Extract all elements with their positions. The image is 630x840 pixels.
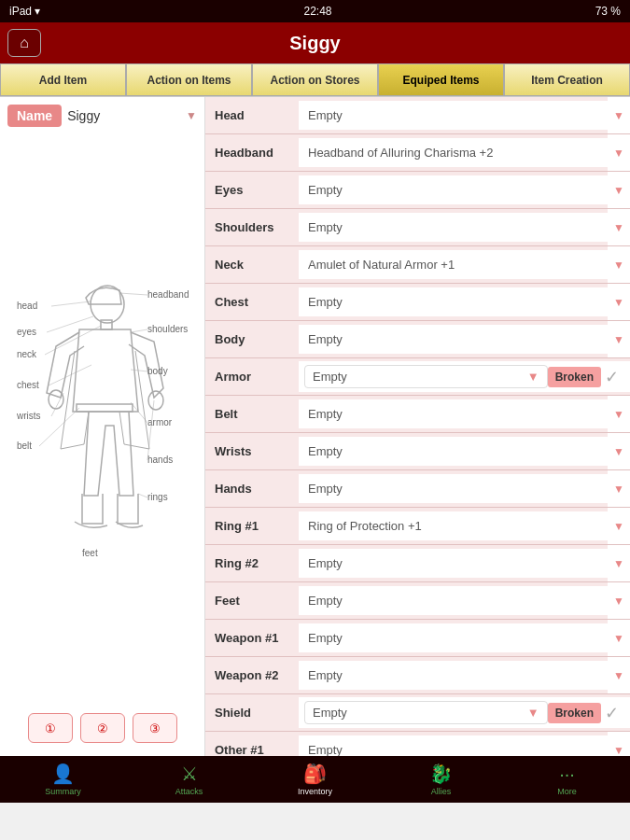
equipment-row-10: HandsEmpty▼ <box>205 470 630 508</box>
equipment-row-8: BeltEmpty▼ <box>205 396 630 433</box>
equip-slot-label-7: Armor <box>205 362 299 391</box>
equip-dropdown-16[interactable]: Empty▼ <box>304 701 548 724</box>
carrier-wifi: iPad ▾ <box>9 5 40 18</box>
toolbar-btn-4[interactable]: Item Creation <box>504 63 630 96</box>
label-body: body <box>147 366 168 376</box>
equip-arrow-14[interactable]: ▼ <box>608 620 630 656</box>
svg-line-8 <box>131 329 147 332</box>
equip-slot-label-12: Ring #2 <box>205 549 299 578</box>
equip-slot-label-2: Eyes <box>205 175 299 204</box>
equip-slot-label-3: Shoulders <box>205 213 299 242</box>
equip-slot-label-6: Body <box>205 325 299 354</box>
bottom-tab-0[interactable]: 👤Summary <box>0 756 126 803</box>
equip-slot-label-16: Shield <box>205 698 299 727</box>
tab-icon-2: 🎒 <box>303 763 327 785</box>
time: 22:48 <box>303 5 331 18</box>
svg-line-12 <box>131 402 147 423</box>
tab-label-2: Inventory <box>298 787 332 796</box>
equip-arrow-3[interactable]: ▼ <box>608 209 630 245</box>
equip-value-4: Amulet of Natural Armor +1 <box>299 250 608 279</box>
equipment-row-17: Other #1Empty▼ <box>205 732 630 756</box>
equip-arrow-2[interactable]: ▼ <box>608 172 630 208</box>
equip-arrow-17[interactable]: ▼ <box>608 732 630 756</box>
equip-value-14: Empty <box>299 623 608 652</box>
equip-value-0: Empty <box>299 101 608 130</box>
broken-badge-7: Broken <box>548 367 601 387</box>
toolbar-btn-1[interactable]: Action on Items <box>126 63 252 96</box>
equip-arrow-0[interactable]: ▼ <box>608 97 630 133</box>
equip-slot-label-1: Headband <box>205 138 299 167</box>
name-dropdown-arrow[interactable]: ▼ <box>186 109 197 122</box>
body-diagram: head headband eyes shoulders neck chest … <box>7 134 197 707</box>
name-value: Siggy <box>67 108 186 123</box>
toolbar-btn-0[interactable]: Add Item <box>0 63 126 96</box>
svg-line-14 <box>39 408 79 446</box>
bottom-tabs: 👤Summary⚔Attacks🎒Inventory🐉Allies···More <box>0 756 630 803</box>
equip-arrow-1[interactable]: ▼ <box>608 134 630 171</box>
equip-value-2: Empty <box>299 175 608 204</box>
svg-line-11 <box>131 370 147 371</box>
bottom-tab-4[interactable]: ···More <box>504 756 630 803</box>
equipment-row-13: FeetEmpty▼ <box>205 582 630 620</box>
label-feet: feet <box>82 548 98 558</box>
equip-arrow-8[interactable]: ▼ <box>608 396 630 432</box>
equip-value-17: Empty <box>299 735 608 756</box>
equip-slot-label-15: Weapon #2 <box>205 661 299 690</box>
equip-arrow-12[interactable]: ▼ <box>608 545 630 581</box>
page-buttons: ① ② ③ <box>7 707 197 749</box>
equipment-row-16: ShieldEmpty▼Broken✓ <box>205 694 630 732</box>
equip-slot-label-10: Hands <box>205 474 299 503</box>
tab-icon-0: 👤 <box>51 763 75 785</box>
equip-arrow-11[interactable]: ▼ <box>608 508 630 544</box>
equip-value-10: Empty <box>299 474 608 503</box>
broken-badge-16: Broken <box>548 703 601 723</box>
page-btn-1[interactable]: ① <box>28 713 73 743</box>
name-row: Name Siggy ▼ <box>7 105 197 127</box>
toolbar-btn-2[interactable]: Action on Stores <box>252 63 378 96</box>
equip-arrow-9[interactable]: ▼ <box>608 433 630 469</box>
equip-arrow-10[interactable]: ▼ <box>608 470 630 507</box>
label-wrists: wrists <box>16 411 41 421</box>
page-btn-2[interactable]: ② <box>80 713 125 743</box>
label-shoulders: shoulders <box>147 324 188 334</box>
equip-dropdown-7[interactable]: Empty▼ <box>304 365 548 388</box>
equip-arrow-4[interactable]: ▼ <box>608 246 630 283</box>
character-name: Siggy <box>289 33 340 54</box>
equip-value-5: Empty <box>299 287 608 316</box>
battery: 73 % <box>595 5 621 18</box>
main-content: Name Siggy ▼ <box>0 97 630 756</box>
tab-label-0: Summary <box>45 787 81 796</box>
svg-line-16 <box>138 494 147 497</box>
equipment-row-4: NeckAmulet of Natural Armor +1▼ <box>205 246 630 284</box>
equip-arrow-6[interactable]: ▼ <box>608 321 630 357</box>
page-btn-3[interactable]: ③ <box>133 713 177 743</box>
home-button[interactable]: ⌂ <box>7 29 41 57</box>
equip-value-13: Empty <box>299 586 608 615</box>
tab-label-4: More <box>557 787 577 796</box>
equipment-row-2: EyesEmpty▼ <box>205 172 630 209</box>
equip-arrow-15[interactable]: ▼ <box>608 657 630 693</box>
equip-slot-label-0: Head <box>205 101 299 130</box>
equip-arrow-13[interactable]: ▼ <box>608 582 630 619</box>
equipment-row-12: Ring #2Empty▼ <box>205 545 630 582</box>
toolbar-btn-3[interactable]: Equiped Items <box>378 63 504 96</box>
equip-value-11: Ring of Protection +1 <box>299 511 608 540</box>
equip-value-8: Empty <box>299 399 608 428</box>
bottom-tab-2[interactable]: 🎒Inventory <box>252 756 378 803</box>
label-chest: chest <box>17 380 39 390</box>
check-mark-16[interactable]: ✓ <box>605 703 619 723</box>
label-neck: neck <box>17 349 37 359</box>
tab-icon-1: ⚔ <box>181 763 198 785</box>
status-bar: iPad ▾ 22:48 73 % <box>0 0 630 22</box>
bottom-tab-3[interactable]: 🐉Allies <box>378 756 504 803</box>
equipment-row-7: ArmorEmpty▼Broken✓ <box>205 358 630 396</box>
tab-label-1: Attacks <box>175 787 203 796</box>
label-headband: headband <box>147 289 189 300</box>
equipment-row-9: WristsEmpty▼ <box>205 433 630 470</box>
check-mark-7[interactable]: ✓ <box>605 367 619 387</box>
tab-icon-4: ··· <box>559 763 575 785</box>
bottom-tab-1[interactable]: ⚔Attacks <box>126 756 252 803</box>
equipment-row-1: HeadbandHeadband of Alluring Charisma +2… <box>205 134 630 172</box>
equip-value-15: Empty <box>299 661 608 690</box>
equip-arrow-5[interactable]: ▼ <box>608 284 630 320</box>
